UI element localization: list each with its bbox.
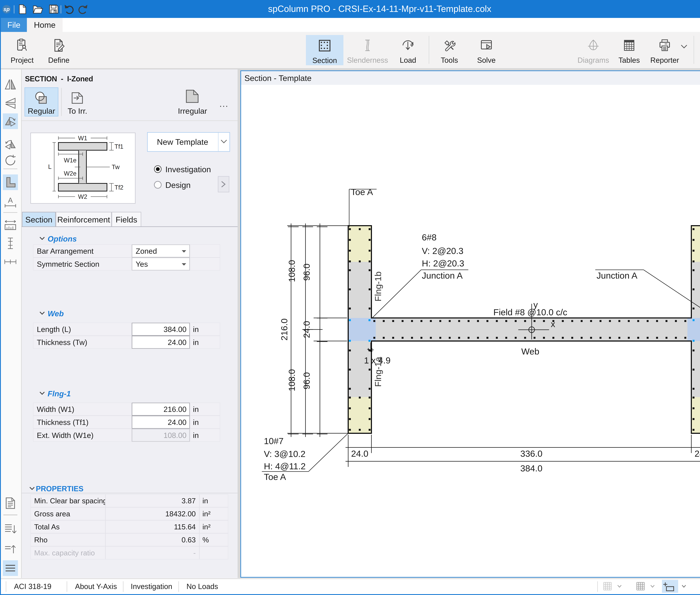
svg-text:Tw: Tw bbox=[112, 164, 119, 170]
svg-text:W1: W1 bbox=[78, 135, 87, 142]
svg-text:W2e: W2e bbox=[64, 170, 77, 177]
svg-text:W1e: W1e bbox=[64, 157, 77, 164]
svg-text:W2: W2 bbox=[78, 193, 87, 200]
svg-text:Tf1: Tf1 bbox=[114, 143, 123, 150]
svg-text:A: A bbox=[8, 196, 13, 204]
svg-text:L: L bbox=[48, 163, 52, 170]
svg-text:Tf2: Tf2 bbox=[114, 184, 123, 191]
